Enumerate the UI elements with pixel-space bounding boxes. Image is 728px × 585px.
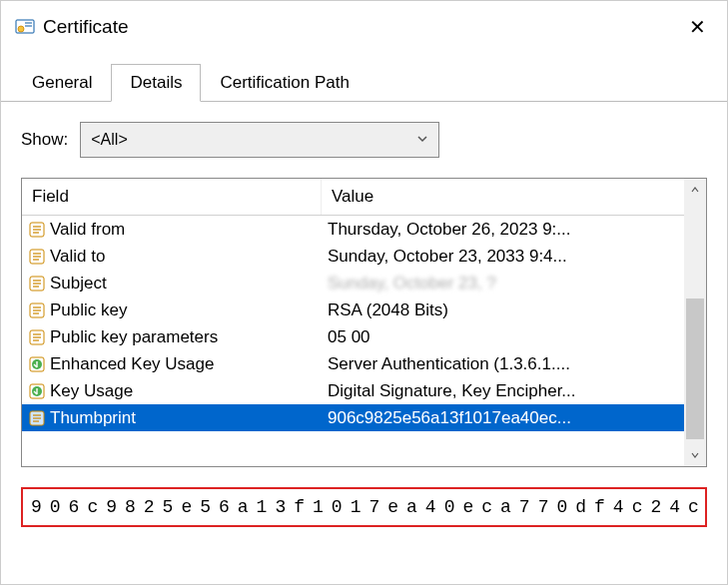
thumbprint-detail-box[interactable]: 906c9825e56a13f1017ea40eca770df4c24cb735 <box>21 487 707 527</box>
table-row[interactable]: Public keyRSA (2048 Bits) <box>22 296 706 323</box>
vertical-scrollbar[interactable] <box>684 179 706 466</box>
cell-field: Subject <box>22 274 322 293</box>
cell-field: Valid from <box>22 220 322 240</box>
value-label: Digital Signature, Key Encipher... <box>322 381 706 401</box>
cell-field: Thumbprint <box>22 408 322 428</box>
cell-field: Key Usage <box>22 381 322 401</box>
cell-field: Valid to <box>22 247 322 267</box>
table-row[interactable]: SubjectSunday, October 23, ? <box>22 270 706 296</box>
table-header: Field Value <box>22 179 706 216</box>
property-icon <box>28 221 46 239</box>
scroll-track[interactable] <box>684 201 706 444</box>
table-row[interactable]: Thumbprint906c9825e56a13f1017ea40ec... <box>22 404 706 431</box>
extension-icon <box>28 355 46 373</box>
scroll-down-icon[interactable] <box>684 444 706 466</box>
cell-field: Enhanced Key Usage <box>22 354 322 374</box>
cell-field: Public key parameters <box>22 327 322 347</box>
fields-table: Field Value Valid fromThursday, October … <box>21 178 707 467</box>
property-icon <box>28 248 46 266</box>
value-label: Sunday, October 23, 2033 9:4... <box>322 247 706 267</box>
table-body: Valid fromThursday, October 26, 2023 9:.… <box>22 216 706 431</box>
tab-certification-path[interactable]: Certification Path <box>201 64 367 102</box>
table-row[interactable]: Key UsageDigital Signature, Key Encipher… <box>22 377 706 404</box>
value-label: 05 00 <box>322 327 706 347</box>
field-label: Public key <box>50 300 127 320</box>
field-label: Enhanced Key Usage <box>50 354 214 374</box>
show-label: Show: <box>21 130 68 150</box>
field-label: Valid from <box>50 220 125 240</box>
column-header-field[interactable]: Field <box>22 179 322 215</box>
field-label: Public key parameters <box>50 327 218 347</box>
field-label: Key Usage <box>50 381 133 401</box>
tab-general[interactable]: General <box>13 64 111 102</box>
window-title: Certificate <box>43 16 673 38</box>
column-header-value[interactable]: Value <box>322 179 706 215</box>
certificate-icon <box>15 17 35 37</box>
tab-content: Show: <All> Field Value Valid fromThursd… <box>1 102 727 584</box>
property-icon <box>28 409 46 427</box>
cell-field: Public key <box>22 300 322 320</box>
titlebar: Certificate ✕ <box>1 1 727 53</box>
table-row[interactable]: Valid toSunday, October 23, 2033 9:4... <box>22 243 706 270</box>
value-label: Sunday, October 23, ? <box>322 274 706 293</box>
close-button[interactable]: ✕ <box>681 11 713 43</box>
table-row[interactable]: Public key parameters05 00 <box>22 323 706 350</box>
property-icon <box>28 328 46 346</box>
property-icon <box>28 275 46 292</box>
chevron-down-icon <box>416 131 428 149</box>
value-label: RSA (2048 Bits) <box>322 300 706 320</box>
extension-icon <box>28 382 46 400</box>
show-row: Show: <All> <box>21 122 707 158</box>
scroll-up-icon[interactable] <box>684 179 706 201</box>
value-label: Thursday, October 26, 2023 9:... <box>322 220 706 240</box>
value-label: Server Authentication (1.3.6.1.... <box>322 354 706 374</box>
close-icon: ✕ <box>689 17 706 37</box>
certificate-window: Certificate ✕ General Details Certificat… <box>0 0 728 585</box>
scroll-thumb[interactable] <box>686 298 704 440</box>
tab-details[interactable]: Details <box>111 64 201 102</box>
tab-bar: General Details Certification Path <box>1 53 727 102</box>
table-row[interactable]: Valid fromThursday, October 26, 2023 9:.… <box>22 216 706 243</box>
property-icon <box>28 301 46 319</box>
svg-point-1 <box>18 26 24 32</box>
field-label: Valid to <box>50 247 105 267</box>
show-select[interactable]: <All> <box>80 122 439 158</box>
field-label: Subject <box>50 274 107 293</box>
table-row[interactable]: Enhanced Key UsageServer Authentication … <box>22 350 706 377</box>
value-label: 906c9825e56a13f1017ea40ec... <box>322 408 706 428</box>
field-label: Thumbprint <box>50 408 136 428</box>
show-select-value: <All> <box>91 131 127 149</box>
